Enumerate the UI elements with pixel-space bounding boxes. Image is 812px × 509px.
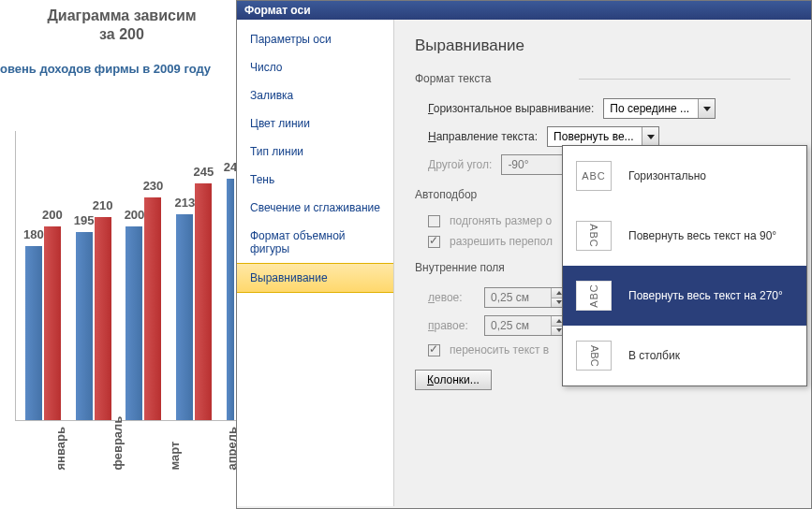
- chevron-down-icon[interactable]: [698, 99, 715, 118]
- bar-value-label: 200: [42, 208, 63, 222]
- bar: 195: [76, 232, 93, 421]
- chart-title-1: Диаграмма зависим: [0, 0, 244, 26]
- chart-title-2: за 200: [0, 26, 244, 43]
- bar-value-label: 210: [93, 198, 113, 212]
- dialog-nav: Параметры осиЧислоЗаливкаЦвет линииТип л…: [237, 20, 394, 506]
- group-margins: Внутренние поля: [415, 261, 505, 274]
- content-heading: Выравнивание: [415, 36, 790, 55]
- bar-value-label: 230: [143, 179, 164, 193]
- nav-item-8[interactable]: Выравнивание: [237, 263, 393, 293]
- h-align-value[interactable]: [604, 100, 698, 117]
- nav-item-7[interactable]: Формат объемной фигуры: [237, 222, 393, 263]
- right-margin-spinner: [484, 315, 567, 336]
- direction-option-label: Повернуть весь текст на 90°: [628, 229, 776, 242]
- columns-button[interactable]: Колонки...: [415, 370, 492, 390]
- bar: 180: [25, 246, 42, 420]
- bar: 213: [176, 214, 193, 420]
- x-tick-label: январь: [24, 433, 66, 471]
- other-angle-label: Другой угол:: [428, 158, 492, 171]
- group-text-format: Формат текста: [415, 72, 491, 85]
- direction-option-label: Горизонтально: [628, 169, 706, 182]
- chart-axis-title: овень доходов фирмы в 2009 году: [0, 43, 244, 85]
- bar-value-label: 195: [74, 213, 95, 227]
- bar-group: 180200: [25, 226, 61, 420]
- left-margin-spinner: [484, 287, 567, 308]
- left-margin-label: левое:: [428, 291, 475, 304]
- bar-group: 200230: [125, 197, 161, 420]
- bar-value-label: 213: [174, 196, 195, 210]
- text-direction-dropdown[interactable]: ABCГоризонтальноABCПовернуть весь текст …: [562, 145, 807, 386]
- autofit-shape-label: подгонять размер о: [450, 214, 552, 227]
- bar-group: 213245: [176, 183, 212, 420]
- nav-item-1[interactable]: Число: [237, 53, 393, 81]
- nav-item-6[interactable]: Свечение и сглаживание: [237, 194, 393, 222]
- direction-option[interactable]: ABCПовернуть весь текст на 270°: [563, 266, 806, 326]
- bar: 230: [144, 197, 161, 420]
- allow-overflow-checkbox: [428, 236, 440, 248]
- direction-option[interactable]: ABCПовернуть весь текст на 90°: [563, 206, 806, 266]
- autofit-shape-checkbox: [428, 215, 440, 227]
- bar: 200: [125, 226, 142, 420]
- bar: 210: [95, 217, 111, 420]
- direction-option-label: В столбик: [628, 349, 680, 362]
- chart-area: Диаграмма зависим за 200 овень доходов ф…: [0, 0, 244, 509]
- wrap-text-label: переносить текст в: [450, 343, 549, 356]
- bar-value-label: 245: [193, 165, 214, 179]
- bar-group: 195210: [76, 217, 111, 420]
- direction-option[interactable]: ABCГоризонтально: [563, 146, 806, 206]
- nav-item-3[interactable]: Цвет линии: [237, 109, 393, 138]
- direction-label: Направление текста:: [428, 130, 538, 143]
- text-direction-icon: ABC: [576, 221, 612, 251]
- dialog-title: Формат оси: [237, 1, 811, 20]
- chart-x-axis: январьфевральмартапрель: [17, 430, 245, 473]
- chart-plot: 18020019521020023021324524: [15, 131, 244, 421]
- direction-value[interactable]: [548, 128, 642, 145]
- h-align-label: Горизонтальное выравнивание:: [428, 102, 594, 115]
- bar: 200: [44, 226, 61, 420]
- allow-overflow-label: разрешить перепол: [450, 235, 553, 248]
- text-direction-icon: ABC: [576, 281, 612, 311]
- nav-item-2[interactable]: Заливка: [237, 81, 393, 109]
- bar: 245: [195, 183, 212, 420]
- bar-value-label: 200: [125, 208, 145, 222]
- nav-item-0[interactable]: Параметры оси: [237, 25, 393, 53]
- group-autofit: Автоподбор: [415, 188, 477, 201]
- x-tick-label: март: [139, 433, 181, 471]
- wrap-text-checkbox: [428, 344, 440, 356]
- text-direction-icon: ABC: [576, 341, 612, 371]
- bar-value-label: 180: [23, 227, 44, 241]
- nav-item-4[interactable]: Тип линии: [237, 138, 393, 166]
- nav-item-5[interactable]: Тень: [237, 166, 393, 194]
- x-tick-label: апрель: [196, 433, 238, 471]
- direction-combo[interactable]: [547, 126, 659, 147]
- text-direction-icon: ABC: [576, 161, 612, 191]
- right-margin-label: правое:: [428, 319, 475, 332]
- h-align-combo[interactable]: [603, 98, 716, 119]
- direction-option[interactable]: ABCВ столбик: [563, 326, 806, 385]
- direction-option-label: Повернуть весь текст на 270°: [628, 289, 783, 302]
- x-tick-label: февраль: [81, 433, 124, 471]
- chevron-down-icon[interactable]: [642, 127, 658, 146]
